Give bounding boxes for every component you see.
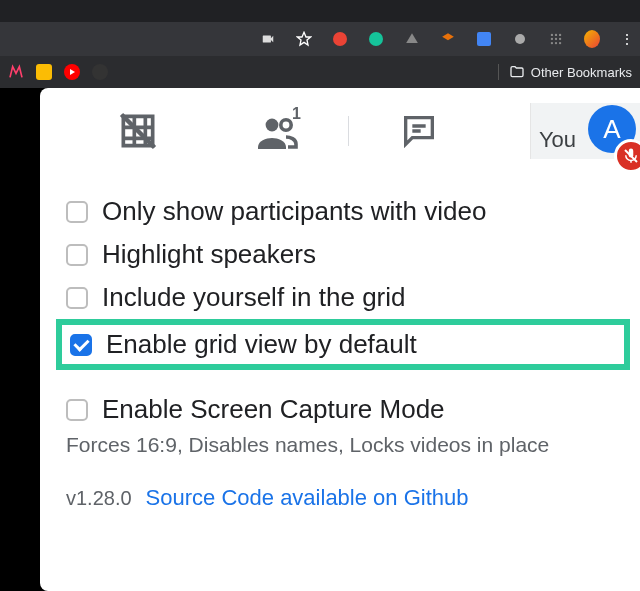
option-include-self[interactable]: Include yourself in the grid xyxy=(66,276,630,319)
folder-icon xyxy=(509,64,525,80)
svg-point-2 xyxy=(559,34,561,36)
bookmark-youtube-icon[interactable] xyxy=(64,64,80,80)
svg-point-1 xyxy=(555,34,557,36)
extension-red-icon[interactable] xyxy=(332,31,348,47)
bookmark-items-left xyxy=(8,64,108,80)
svg-point-0 xyxy=(551,34,553,36)
option-highlight-speakers[interactable]: Highlight speakers xyxy=(66,233,630,276)
option-enable-default-highlighted[interactable]: Enable grid view by default xyxy=(56,319,630,370)
avatar-initial: A xyxy=(603,114,620,145)
tab-grid-disabled[interactable] xyxy=(68,109,208,153)
other-bookmarks-button[interactable]: Other Bookmarks xyxy=(498,64,632,80)
self-video-tile[interactable]: You A xyxy=(530,103,640,159)
svg-point-3 xyxy=(551,38,553,40)
chat-icon xyxy=(399,111,439,151)
svg-point-4 xyxy=(555,38,557,40)
svg-point-5 xyxy=(559,38,561,40)
option-label: Include yourself in the grid xyxy=(102,282,406,313)
svg-point-7 xyxy=(555,42,557,44)
browser-menu-icon[interactable]: ⋮ xyxy=(620,32,634,46)
bookmark-dark-icon[interactable] xyxy=(92,64,108,80)
checkbox[interactable] xyxy=(66,244,88,266)
svg-point-6 xyxy=(551,42,553,44)
panel-footer: v1.28.0 Source Code available on Github xyxy=(40,457,640,511)
checkbox-checked[interactable] xyxy=(70,334,92,356)
camera-icon[interactable] xyxy=(260,31,276,47)
extension-superman-icon[interactable] xyxy=(440,31,456,47)
option-label: Only show participants with video xyxy=(102,196,486,227)
extension-blue-icon[interactable] xyxy=(476,31,492,47)
other-bookmarks-label: Other Bookmarks xyxy=(531,65,632,80)
checkbox[interactable] xyxy=(66,287,88,309)
you-label: You xyxy=(539,127,576,153)
option-screen-capture[interactable]: Enable Screen Capture Mode xyxy=(66,388,630,431)
option-label: Highlight speakers xyxy=(102,239,316,270)
grammarly-icon[interactable] xyxy=(368,31,384,47)
tab-chat[interactable] xyxy=(349,111,489,151)
svg-point-8 xyxy=(559,42,561,44)
browser-toolbar: ⋮ xyxy=(0,22,640,56)
source-code-link[interactable]: Source Code available on Github xyxy=(146,485,469,511)
grid-off-icon xyxy=(116,109,160,153)
checkbox[interactable] xyxy=(66,399,88,421)
bookmark-myntra-icon[interactable] xyxy=(8,64,24,80)
svg-point-9 xyxy=(266,119,279,132)
mic-off-icon xyxy=(622,147,640,165)
browser-tab-strip xyxy=(0,0,640,22)
tab-people[interactable]: 1 xyxy=(208,107,348,155)
drive-icon[interactable] xyxy=(404,31,420,47)
options-list: Only show participants with video Highli… xyxy=(40,174,640,457)
svg-point-10 xyxy=(281,120,291,130)
apps-grid-icon[interactable] xyxy=(548,31,564,47)
bookmarks-bar: Other Bookmarks xyxy=(0,56,640,88)
option-description: Forces 16:9, Disables names, Locks video… xyxy=(66,433,630,457)
checkbox[interactable] xyxy=(66,201,88,223)
page-content: 1 You A Only sho xyxy=(0,88,640,591)
mic-muted-badge[interactable] xyxy=(614,139,640,173)
extension-bulb-icon[interactable] xyxy=(512,31,528,47)
version-label: v1.28.0 xyxy=(66,487,132,510)
panel-tab-row: 1 You A xyxy=(40,88,640,174)
profile-avatar-icon[interactable] xyxy=(584,31,600,47)
option-only-video[interactable]: Only show participants with video xyxy=(66,190,630,233)
svg-text:1: 1 xyxy=(292,107,301,122)
extension-icons-group: ⋮ xyxy=(260,31,634,47)
option-label: Enable Screen Capture Mode xyxy=(102,394,445,425)
option-label: Enable grid view by default xyxy=(106,329,417,360)
people-icon: 1 xyxy=(254,107,302,155)
star-icon[interactable] xyxy=(296,31,312,47)
extension-panel: 1 You A Only sho xyxy=(40,88,640,591)
bookmark-orange-icon[interactable] xyxy=(36,64,52,80)
